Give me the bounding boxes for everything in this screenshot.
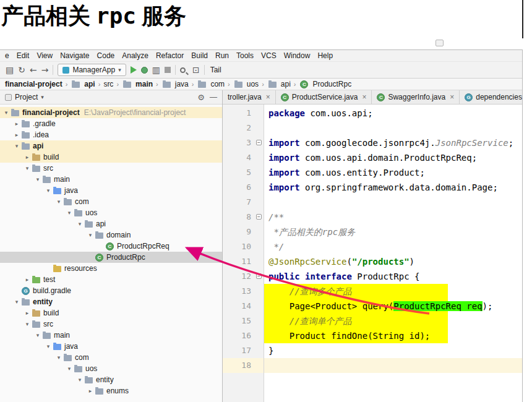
fold-icon[interactable]: − (256, 214, 262, 220)
tree-item-uos[interactable]: ▾uos (0, 363, 222, 374)
chevron-icon[interactable]: ▾ (87, 232, 94, 238)
code-line[interactable]: *产品相关的rpc服务 (265, 225, 522, 239)
breadcrumb-item-financial-project[interactable]: financial-project (4, 80, 64, 88)
tree-item-java[interactable]: ▾java (0, 185, 222, 196)
chevron-icon[interactable]: ▾ (45, 343, 52, 349)
chevron-icon[interactable]: ▸ (87, 388, 94, 394)
menu-item-navigate[interactable]: Navigate (56, 51, 93, 60)
line-number[interactable]: 17 (223, 343, 264, 358)
close-icon[interactable]: × (450, 93, 454, 101)
tree-item-com[interactable]: ▾com (0, 196, 222, 207)
tree-item-resources[interactable]: resources (0, 263, 222, 274)
code-line[interactable]: @JsonRpcService("/products") (265, 254, 522, 269)
breadcrumb-item-api[interactable]: api (69, 80, 96, 88)
code-line[interactable] (265, 358, 522, 373)
menu-item-e[interactable]: e (1, 51, 13, 60)
chevron-icon[interactable]: ▾ (13, 299, 20, 305)
tree-item-build-gradle[interactable]: Gbuild.gradle (0, 285, 222, 296)
chevron-icon[interactable]: ▸ (24, 154, 31, 160)
chevron-down-icon[interactable]: ▾ (41, 94, 44, 100)
code-line[interactable]: Page<Product> query(ProductRpcReq req); (265, 299, 522, 314)
line-number[interactable]: 10 (223, 239, 264, 254)
chevron-icon[interactable]: ▸ (13, 121, 20, 127)
editor-tab-troller-java[interactable]: troller.java× (223, 90, 276, 104)
chevron-icon[interactable]: ▸ (13, 132, 20, 138)
tree-item-api[interactable]: ▾api (0, 140, 222, 152)
tree-item-domain[interactable]: ▾domain (0, 229, 222, 241)
code-line[interactable]: package com.uos.api; (265, 106, 522, 121)
chevron-icon[interactable]: ▾ (76, 377, 84, 383)
tree-item-java[interactable]: ▾java (0, 341, 222, 352)
tree-item-build[interactable]: ▸build (0, 152, 222, 163)
chevron-icon[interactable]: ▾ (34, 176, 41, 182)
line-number[interactable]: 1 (223, 106, 264, 121)
code-line[interactable]: import org.springframework.data.domain.P… (265, 180, 522, 195)
line-number[interactable]: 13 (223, 284, 264, 299)
code-line[interactable]: //查询多个产品 (265, 284, 522, 299)
run-icon[interactable] (131, 66, 137, 74)
chevron-icon[interactable]: ▸ (24, 310, 31, 316)
editor-tab-dependencies-gradle[interactable]: Gdependencies.gradle× (460, 90, 522, 104)
tree-item-enums[interactable]: ▸enums (0, 385, 222, 396)
chevron-icon[interactable]: ▾ (34, 332, 41, 338)
chevron-icon[interactable]: ▾ (13, 143, 20, 149)
coverage-icon[interactable]: ▥ (152, 66, 160, 74)
chevron-icon[interactable]: ▾ (76, 221, 84, 227)
tree-item-api[interactable]: ▾api (0, 218, 222, 229)
gear-icon[interactable]: ⚙ (197, 93, 205, 102)
tree-item-entity[interactable]: ▾entity (0, 374, 222, 385)
tree-item-financial-project[interactable]: ▾financial-projectE:\JavaProject\financi… (0, 107, 222, 118)
forward-icon[interactable]: → (41, 66, 49, 74)
tree-item-productrpc[interactable]: CProductRpc (0, 252, 222, 263)
code-line[interactable]: //查询单个产品 (265, 314, 522, 328)
tree-item-idea[interactable]: ▸.idea (0, 129, 222, 140)
editor-gutter[interactable]: 123456789101112131415161718−−− (223, 105, 264, 402)
save-icon[interactable]: ▤ (6, 66, 14, 74)
code-line[interactable]: public interface ProductRpc { (265, 269, 522, 284)
code-line[interactable]: import com.uos.api.domain.ProductRpcReq; (265, 150, 522, 165)
menu-item-code[interactable]: Code (93, 51, 119, 60)
line-number[interactable]: 16 (223, 328, 264, 343)
tree-item-gradle[interactable]: ▸.gradle (0, 118, 222, 129)
line-number[interactable]: 4 (223, 150, 264, 165)
tree-item-src[interactable]: ▾src (0, 163, 222, 174)
code-line[interactable] (265, 121, 522, 135)
chevron-icon[interactable]: ▾ (24, 321, 31, 327)
fold-icon[interactable]: − (256, 273, 262, 279)
line-number[interactable]: 14 (223, 299, 264, 314)
line-number[interactable]: 18 (223, 358, 264, 373)
hide-panel-icon[interactable]: — (210, 93, 217, 101)
menu-item-run[interactable]: Run (212, 51, 233, 60)
line-number[interactable]: 11 (223, 254, 264, 269)
breadcrumb-item-api[interactable]: api (266, 80, 292, 88)
chevron-icon[interactable]: ▾ (45, 187, 52, 194)
menu-item-window[interactable]: Window (280, 51, 314, 60)
line-number[interactable]: 5 (223, 165, 264, 180)
run-config-selector[interactable]: ManagerApp▾ (58, 64, 126, 76)
tree-item-com[interactable]: ▾com (0, 352, 222, 363)
menu-item-view[interactable]: View (33, 51, 56, 60)
code-area[interactable]: package com.uos.api;import com.googlecod… (265, 105, 522, 402)
menu-item-build[interactable]: Build (187, 51, 212, 60)
menu-item-help[interactable]: Help (314, 51, 337, 60)
code-line[interactable]: */ (265, 239, 522, 254)
menu-item-tools[interactable]: Tools (233, 51, 257, 60)
sync-icon[interactable]: ↻ (18, 66, 25, 74)
code-line[interactable] (265, 195, 522, 210)
chevron-icon[interactable]: ▾ (24, 165, 31, 171)
chevron-icon[interactable]: ▾ (66, 366, 73, 372)
breadcrumb-item-src[interactable]: src (102, 80, 114, 88)
breadcrumb-item-com[interactable]: com (195, 80, 226, 88)
line-number[interactable]: 2 (223, 121, 264, 135)
editor-tab-productservice-java[interactable]: CProductService.java× (276, 90, 372, 104)
tree-item-uos[interactable]: ▾uos (0, 207, 222, 218)
chevron-icon[interactable]: ▸ (24, 276, 31, 283)
chevron-icon[interactable]: ▾ (2, 109, 10, 116)
close-icon[interactable]: × (362, 93, 366, 101)
menu-item-analyze[interactable]: Analyze (118, 51, 152, 60)
code-line[interactable]: Product findOne(String id); (265, 328, 522, 343)
menu-item-edit[interactable]: Edit (13, 51, 33, 60)
debug-icon[interactable] (141, 67, 148, 74)
tree-item-entity[interactable]: ▾entity (0, 296, 222, 307)
line-number[interactable]: 9 (223, 225, 264, 239)
